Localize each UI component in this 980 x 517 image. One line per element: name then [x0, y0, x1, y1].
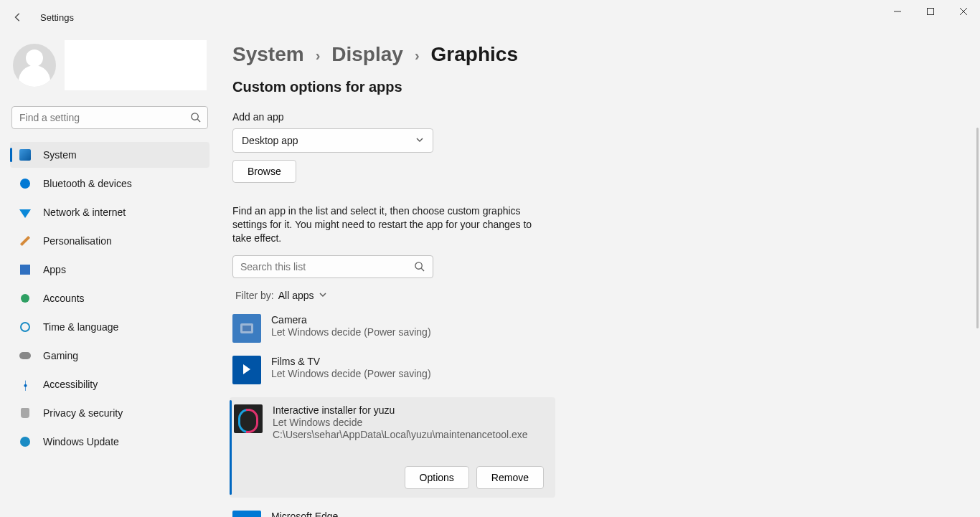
help-text: Find an app in the list and select it, t… [232, 204, 541, 245]
search-icon [190, 112, 201, 125]
sidebar-item-label: Network & internet [43, 207, 126, 218]
svg-point-2 [415, 262, 422, 269]
app-type-dropdown[interactable]: Desktop app [232, 128, 433, 153]
options-button[interactable]: Options [405, 466, 469, 489]
camera-app-icon [232, 314, 261, 343]
app-sub: Let Windows decide (Power saving) [271, 368, 431, 379]
minimize-button[interactable] [881, 0, 914, 23]
dropdown-value: Desktop app [242, 135, 298, 146]
chevron-down-icon [319, 290, 327, 301]
list-search-input[interactable] [232, 255, 433, 278]
breadcrumb: System › Display › Graphics [232, 43, 951, 66]
avatar [13, 44, 56, 87]
app-name: Films & TV [271, 356, 431, 367]
app-row-selected[interactable]: Interactive installer for yuzuLet Window… [230, 397, 555, 498]
breadcrumb-system[interactable]: System [232, 43, 304, 66]
net-icon [19, 206, 32, 219]
sidebar-nav: SystemBluetooth & devicesNetwork & inter… [10, 142, 209, 455]
sidebar-item-timelang[interactable]: Time & language [10, 314, 209, 340]
sidebar-item-accessibility[interactable]: ⍿Accessibility [10, 371, 209, 397]
settings-search-input[interactable] [11, 106, 208, 129]
sidebar-item-label: Gaming [43, 350, 78, 361]
chevron-down-icon [415, 135, 424, 146]
sidebar: SystemBluetooth & devicesNetwork & inter… [0, 34, 215, 517]
account-name [65, 40, 207, 90]
sidebar-item-label: Personalisation [43, 235, 112, 247]
sidebar-item-label: Accounts [43, 293, 85, 304]
sidebar-item-bluetooth[interactable]: Bluetooth & devices [10, 171, 209, 196]
sidebar-item-label: Windows Update [43, 436, 119, 447]
sidebar-item-label: Privacy & security [43, 407, 123, 419]
app-name: Microsoft Edge [271, 511, 431, 517]
sidebar-item-gaming[interactable]: Gaming [10, 343, 209, 369]
sidebar-item-label: Apps [43, 264, 66, 275]
app-name: Interactive installer for yuzu [273, 404, 528, 416]
app-sub: Let Windows decide (Power saving) [271, 326, 431, 338]
titlebar: Settings [0, 0, 980, 34]
sidebar-item-network[interactable]: Network & internet [10, 199, 209, 225]
filter-label: Filter by: [235, 290, 274, 301]
sidebar-item-update[interactable]: Windows Update [10, 429, 209, 455]
app-path: C:\Users\sehar\AppData\Local\yuzu\mainte… [273, 429, 528, 440]
breadcrumb-display[interactable]: Display [331, 43, 403, 66]
films-app-icon [232, 356, 261, 384]
remove-button[interactable]: Remove [476, 466, 544, 489]
priv-icon [19, 407, 32, 419]
pers-icon [19, 234, 32, 247]
sidebar-item-label: System [43, 149, 77, 161]
acct-icon [19, 292, 32, 305]
browse-button[interactable]: Browse [232, 160, 296, 183]
search-icon [414, 261, 425, 275]
sidebar-item-system[interactable]: System [10, 142, 209, 168]
window-title: Settings [40, 12, 74, 23]
sidebar-item-privacy[interactable]: Privacy & security [10, 400, 209, 426]
app-name: Camera [271, 314, 431, 326]
edge-app-icon [232, 511, 261, 517]
app-sub: Let Windows decide [273, 417, 528, 428]
apps-list: CameraLet Windows decide (Power saving)F… [232, 314, 555, 517]
account-area[interactable] [10, 39, 209, 96]
scrollbar[interactable] [976, 128, 979, 328]
maximize-button[interactable] [914, 0, 947, 23]
sidebar-item-accounts[interactable]: Accounts [10, 285, 209, 311]
close-button[interactable] [947, 0, 980, 23]
chevron-right-icon: › [316, 46, 321, 64]
sidebar-item-label: Accessibility [43, 379, 98, 390]
filter-dropdown[interactable]: Filter by: All apps [232, 290, 951, 301]
bt-icon [19, 177, 32, 190]
back-button[interactable] [10, 9, 26, 25]
sidebar-item-label: Bluetooth & devices [43, 178, 132, 189]
sidebar-item-apps[interactable]: Apps [10, 257, 209, 283]
sidebar-item-personalisation[interactable]: Personalisation [10, 228, 209, 254]
app-row[interactable]: CameraLet Windows decide (Power saving) [232, 314, 555, 343]
add-app-label: Add an app [232, 111, 951, 123]
yuzu-app-icon [234, 404, 263, 433]
app-row[interactable]: Microsoft EdgeLet Windows decide (Power … [232, 511, 555, 517]
main-panel: System › Display › Graphics Custom optio… [215, 34, 980, 517]
game-icon [19, 349, 32, 362]
apps-icon [19, 263, 32, 276]
filter-value: All apps [278, 290, 314, 301]
sidebar-item-label: Time & language [43, 321, 118, 333]
chevron-right-icon: › [415, 46, 420, 64]
time-icon [19, 321, 32, 333]
svg-point-1 [192, 113, 198, 120]
svg-rect-0 [928, 9, 934, 15]
system-icon [19, 148, 32, 161]
app-row[interactable]: Films & TVLet Windows decide (Power savi… [232, 356, 555, 384]
section-title: Custom options for apps [232, 79, 951, 95]
acc-icon: ⍿ [19, 378, 32, 391]
upd-icon [19, 435, 32, 448]
breadcrumb-current: Graphics [431, 43, 518, 66]
